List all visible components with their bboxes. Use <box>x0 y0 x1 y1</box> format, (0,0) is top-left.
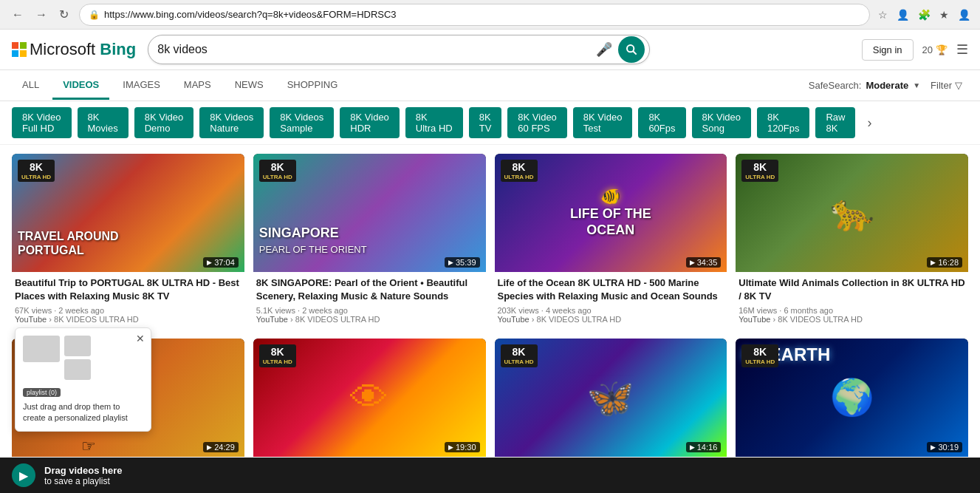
hamburger-menu[interactable]: ☰ <box>956 41 968 58</box>
logo-text: Microsoft Bing <box>30 40 136 59</box>
playlist-hint: Just drag and drop them to create a pers… <box>23 401 143 424</box>
playlist-thumb-sm-1 <box>64 336 91 356</box>
video-info-2: Life of the Ocean 8K ULTRA HD - 500 Mari… <box>495 272 727 330</box>
ms-square-blue <box>12 50 18 57</box>
pill-0[interactable]: 8K VideoFull HD <box>12 107 72 138</box>
favorites-bar-icon[interactable]: ★ <box>937 7 951 23</box>
forward-button[interactable]: → <box>31 6 52 23</box>
video-card-3[interactable]: 🐆 8KULTRA HD ▶ 16:28 Ultimate Wild Anima… <box>736 154 968 330</box>
mic-button[interactable]: 🎤 <box>596 41 612 58</box>
collections-icon[interactable]: 👤 <box>894 7 911 23</box>
video-badge-0: 8KULTRA HD <box>18 160 55 182</box>
rewards-button[interactable]: 20 🏆 <box>922 44 948 55</box>
video-title-0: Beautiful Trip to PORTUGAL 8K ULTRA HD -… <box>15 276 241 303</box>
browser-nav-buttons: ← → ↻ <box>7 6 73 23</box>
tab-maps[interactable]: MAPS <box>174 72 222 100</box>
safesearch-label: SafeSearch: <box>809 80 862 91</box>
pill-6[interactable]: 8KUltra HD <box>405 107 463 138</box>
search-input[interactable] <box>157 43 590 56</box>
video-thumb-5: 👁 8KULTRA HD ▶ 19:30 <box>253 339 486 457</box>
video-badge-6: 8KULTRA HD <box>501 344 538 367</box>
bing-header: Microsoft Bing 🎤 Sign in 20 🏆 ☰ <box>0 30 980 70</box>
playlist-thumb-sm-2 <box>64 359 91 380</box>
video-info-3: Ultimate Wild Animals Collection in 8K U… <box>736 272 968 330</box>
browser-icons: ☆ 👤 🧩 ★ 👤 <box>876 7 973 23</box>
tab-all[interactable]: ALL <box>12 72 49 100</box>
video-info-1: 8K SINGAPORE: Pearl of the Orient • Beau… <box>253 272 486 330</box>
video-thumb-3: 🐆 8KULTRA HD ▶ 16:28 <box>736 154 968 272</box>
pill-5[interactable]: 8K VideoHDR <box>340 107 400 138</box>
pill-7[interactable]: 8KTV <box>469 107 502 138</box>
tab-shopping[interactable]: SHOPPING <box>277 72 349 100</box>
pill-10[interactable]: 8K60Fps <box>638 107 685 138</box>
video-duration-4: ▶ 24:29 <box>203 442 239 452</box>
video-title-1: 8K SINGAPORE: Pearl of the Orient • Beau… <box>256 276 483 303</box>
profile-icon[interactable]: 👤 <box>956 7 973 23</box>
pills-next-button[interactable]: › <box>861 112 877 134</box>
drag-bar-text: Drag videos here to save a playlist <box>44 465 123 486</box>
filter-pills: 8K VideoFull HD 8KMovies 8K VideoDemo 8K… <box>0 101 980 145</box>
video-badge-5: 8KULTRA HD <box>259 344 296 367</box>
video-duration-5: ▶ 19:30 <box>445 442 480 452</box>
playlist-badge: playlist (0) <box>23 388 61 397</box>
playlist-thumbnails <box>23 336 143 380</box>
nav-tabs: ALL VIDEOS IMAGES MAPS NEWS SHOPPING Saf… <box>0 70 980 101</box>
safesearch-value[interactable]: Moderate <box>866 80 908 91</box>
svg-line-1 <box>633 51 637 55</box>
pill-3[interactable]: 8K VideosNature <box>199 107 264 138</box>
pill-11[interactable]: 8K VideoSong <box>692 107 752 138</box>
pill-2[interactable]: 8K VideoDemo <box>134 107 194 138</box>
video-meta-2: 203K views · 4 weeks ago YouTube › 8K VI… <box>498 306 724 324</box>
video-duration-7: ▶ 30:19 <box>927 442 962 452</box>
video-duration-6: ▶ 14:16 <box>686 442 722 452</box>
back-button[interactable]: ← <box>7 6 28 23</box>
tab-news[interactable]: NEWS <box>225 72 274 100</box>
drag-bar[interactable]: ▶ Drag videos here to save a playlist <box>0 458 980 493</box>
browser-chrome: ← → ↻ 🔒 https://www.bing.com/videos/sear… <box>0 0 980 30</box>
ms-square-green <box>20 42 27 49</box>
thumb-text-1: SINGAPOREPEARL OF THE ORIENT <box>259 225 480 257</box>
pill-12[interactable]: 8K120Fps <box>757 107 809 138</box>
video-card-1[interactable]: SINGAPOREPEARL OF THE ORIENT 8KULTRA HD … <box>253 154 486 330</box>
video-card-2[interactable]: 🐠 LIFE OF THEOCEAN 8KULTRA HD ▶ 34:35 Li… <box>495 154 727 330</box>
filter-button[interactable]: Filter ▽ <box>925 77 968 94</box>
video-meta-1: 5.1K views · 2 weeks ago YouTube › 8K VI… <box>256 306 483 324</box>
header-right: Sign in 20 🏆 ☰ <box>862 39 968 61</box>
extensions-icon[interactable]: 🧩 <box>916 7 933 23</box>
playlist-close-button[interactable]: ✕ <box>136 333 145 344</box>
playlist-thumb-large <box>23 336 60 362</box>
video-duration-3: ▶ 16:28 <box>927 257 962 268</box>
playlist-thumbs-small <box>64 336 91 380</box>
video-duration-0: ▶ 37:04 <box>203 257 239 268</box>
tab-images[interactable]: IMAGES <box>112 72 171 100</box>
video-card-6[interactable]: 🦋 8KULTRA HD ▶ 14:16 <box>495 339 727 467</box>
refresh-button[interactable]: ↻ <box>55 6 73 23</box>
video-card-5[interactable]: 👁 8KULTRA HD ▶ 19:30 <box>253 339 486 467</box>
tab-videos[interactable]: VIDEOS <box>52 72 109 100</box>
video-thumb-2: 🐠 LIFE OF THEOCEAN 8KULTRA HD ▶ 34:35 <box>495 154 727 272</box>
video-card-0[interactable]: TRAVEL AROUNDPORTUGAL 8KULTRA HD ▶ 37:04… <box>12 154 244 330</box>
pill-8[interactable]: 8K Video60 FPS <box>507 107 567 138</box>
address-bar[interactable]: 🔒 https://www.bing.com/videos/search?q=8… <box>79 4 870 26</box>
pill-9[interactable]: 8K VideoTest <box>573 107 633 138</box>
lock-icon: 🔒 <box>89 10 100 20</box>
safesearch-chevron: ▼ <box>913 81 920 89</box>
playlist-popup: ✕ playlist (0) Just drag and drop them t… <box>15 327 151 432</box>
safesearch-area: SafeSearch: Moderate ▼ Filter ▽ <box>809 77 968 94</box>
video-card-7[interactable]: 🌍 8K EARTH 8KULTRA HD ▶ 30:19 <box>736 339 968 467</box>
search-button[interactable] <box>618 36 645 63</box>
drag-bar-line1: Drag videos here <box>44 465 123 476</box>
ms-square-yellow <box>20 50 27 57</box>
search-box[interactable]: 🎤 <box>148 35 650 64</box>
bing-logo[interactable]: Microsoft Bing <box>12 40 136 59</box>
pill-13[interactable]: Raw8K <box>815 107 855 138</box>
video-badge-3: 8KULTRA HD <box>741 160 778 182</box>
favorites-icon[interactable]: ☆ <box>876 7 890 23</box>
video-info-0: Beautiful Trip to PORTUGAL 8K ULTRA HD -… <box>12 272 244 330</box>
pill-4[interactable]: 8K VideosSample <box>270 107 334 138</box>
pill-1[interactable]: 8KMovies <box>78 107 129 138</box>
sign-in-button[interactable]: Sign in <box>862 39 914 61</box>
video-thumb-7: 🌍 8K EARTH 8KULTRA HD ▶ 30:19 <box>736 339 968 457</box>
video-duration-1: ▶ 35:39 <box>445 257 480 268</box>
video-thumb-1: SINGAPOREPEARL OF THE ORIENT 8KULTRA HD … <box>253 154 486 272</box>
